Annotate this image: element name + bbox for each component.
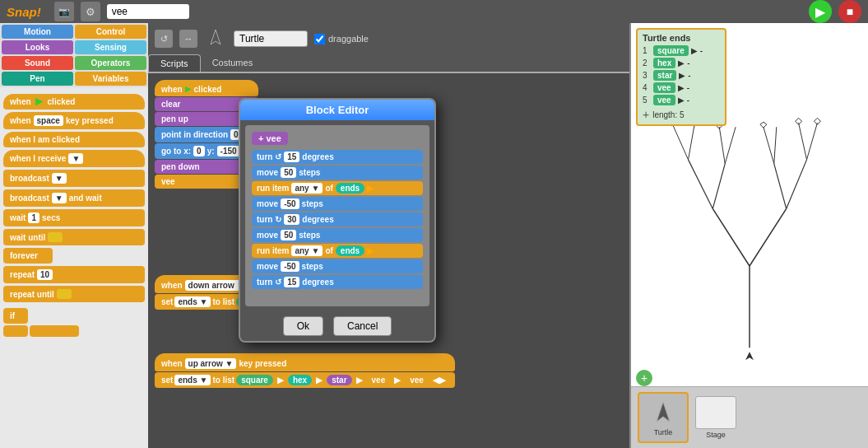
- script-group-3: when up arrow ▼ key pressed set ends ▼ t…: [155, 353, 455, 388]
- be-block-turn2[interactable]: turn ↻ 30 degrees: [252, 212, 423, 226]
- svg-line-15: [807, 123, 818, 160]
- blocks-palette: Motion Control Looks Sensing Sound Opera…: [0, 23, 148, 448]
- be-block-run2[interactable]: run item any ▼ of ends ▶: [252, 244, 423, 258]
- category-motion[interactable]: Motion: [2, 25, 73, 39]
- svg-line-4: [689, 160, 713, 209]
- be-block-turn1[interactable]: turn ↺ 15 degrees: [252, 150, 423, 164]
- block-if-sub1[interactable]: [3, 325, 28, 337]
- stage-thumbnail[interactable]: [695, 396, 736, 429]
- cancel-button[interactable]: Cancel: [333, 316, 392, 336]
- tab-scripts[interactable]: Scripts: [148, 54, 201, 72]
- if-sub-blocks: [3, 325, 145, 337]
- turtle-item-vee2[interactable]: vee: [653, 95, 675, 105]
- draggable-checkbox[interactable]: [314, 34, 325, 44]
- topbar: Snap! 📷 ⚙ vee ▶ ■: [0, 0, 868, 23]
- svg-line-10: [719, 127, 725, 164]
- stage-label: Stage: [706, 431, 726, 439]
- svg-line-14: [799, 123, 807, 160]
- block-forever[interactable]: forever: [3, 248, 53, 264]
- sprite-image-area: [204, 26, 227, 51]
- turtle-length: length: 5: [652, 110, 684, 119]
- draggable-label[interactable]: draggable: [314, 34, 369, 44]
- svg-marker-0: [211, 30, 220, 44]
- scripts-canvas[interactable]: when clicked clear pen up point in direc…: [148, 73, 629, 448]
- svg-line-9: [689, 123, 695, 160]
- block-broadcast[interactable]: broadcast ▼: [3, 170, 145, 187]
- svg-marker-19: [760, 122, 767, 128]
- rotate-left-icon[interactable]: ↺: [155, 30, 173, 48]
- category-pen[interactable]: Pen: [2, 72, 73, 86]
- ok-button[interactable]: Ok: [283, 316, 323, 336]
- category-operators[interactable]: Operators: [75, 56, 146, 70]
- sprite-turtle-icon: [204, 26, 227, 49]
- block-editor-footer: Ok Cancel: [240, 311, 434, 341]
- main-area: Motion Control Looks Sensing Sound Opera…: [0, 23, 868, 448]
- turtle-add-btn[interactable]: +: [643, 108, 649, 121]
- block-when-receive[interactable]: when I receive ▼: [3, 150, 145, 167]
- block-when-clicked[interactable]: when clicked: [3, 94, 145, 110]
- svg-line-12: [764, 127, 774, 164]
- svg-line-6: [774, 164, 787, 209]
- arrows-icon[interactable]: ↔: [179, 30, 197, 48]
- block-broadcast-wait[interactable]: broadcast ▼ and wait: [3, 189, 145, 207]
- block-hat-up-arrow[interactable]: when up arrow ▼ key pressed: [155, 353, 455, 371]
- category-control[interactable]: Control: [75, 25, 146, 39]
- green-flag-button[interactable]: ▶: [809, 0, 832, 23]
- stage-area: Turtle ends 1 square ▶ - 2 hex ▶ - 3 sta…: [629, 23, 868, 448]
- turtle-row-5: 5 vee ▶ -: [643, 95, 720, 105]
- turtle-sprite-label: Turtle: [654, 428, 673, 436]
- palette-blocks-list: when clicked when space key pressed when…: [0, 87, 148, 448]
- turtle-row-2: 2 hex ▶ -: [643, 58, 720, 68]
- turtle-item-star[interactable]: star: [653, 70, 676, 81]
- turtle-item-hex[interactable]: hex: [653, 58, 675, 68]
- turtle-row-3: 3 star ▶ -: [643, 70, 720, 81]
- svg-line-3: [750, 208, 787, 266]
- camera-icon[interactable]: 📷: [54, 2, 74, 21]
- category-variables[interactable]: Variables: [75, 72, 146, 86]
- block-wait-secs[interactable]: wait 1 secs: [3, 209, 145, 226]
- svg-line-13: [774, 127, 777, 164]
- sprite-controls: ↺ ↔ draggable: [148, 23, 629, 54]
- block-repeat[interactable]: repeat 10: [3, 266, 145, 283]
- stage-thumbnail-container: Stage: [695, 396, 736, 439]
- be-block-move1[interactable]: move 50 steps: [252, 166, 423, 180]
- svg-line-11: [725, 127, 736, 164]
- svg-line-8: [672, 123, 689, 160]
- svg-marker-24: [745, 352, 754, 360]
- be-block-move4[interactable]: move -50 steps: [252, 259, 423, 273]
- turtle-item-square[interactable]: square: [653, 45, 689, 56]
- turtle-add-row: + length: 5: [643, 108, 720, 121]
- block-set-ends-2[interactable]: set ends ▼ to list square▶ hex▶ star▶ ve…: [155, 372, 455, 388]
- tab-costumes[interactable]: Costumes: [201, 54, 265, 72]
- category-sound[interactable]: Sound: [2, 56, 73, 70]
- be-block-move3[interactable]: move 50 steps: [252, 228, 423, 242]
- svg-marker-25: [657, 402, 670, 422]
- block-repeat-until[interactable]: repeat until: [3, 286, 145, 302]
- project-name-input[interactable]: vee: [107, 4, 189, 19]
- snap-logo: Snap!: [7, 5, 41, 19]
- settings-icon[interactable]: ⚙: [81, 2, 100, 21]
- block-def-vee[interactable]: + vee: [252, 132, 423, 145]
- block-wait-until[interactable]: wait until: [3, 229, 145, 245]
- script-tabs: Scripts Costumes: [148, 54, 629, 73]
- svg-line-2: [713, 208, 750, 266]
- block-when-clicked-sprite[interactable]: when I am clicked: [3, 132, 145, 147]
- be-block-turn3[interactable]: turn ↺ 15 degrees: [252, 275, 423, 289]
- block-if[interactable]: if: [3, 308, 28, 324]
- block-if-sub2[interactable]: [30, 325, 79, 337]
- block-hat-clicked[interactable]: when clicked: [155, 80, 258, 96]
- stop-button[interactable]: ■: [838, 0, 861, 23]
- block-if-container: if: [3, 308, 145, 337]
- sprite-name-input[interactable]: [234, 30, 308, 47]
- sprite-thumbnail-turtle[interactable]: Turtle: [638, 392, 689, 443]
- svg-line-7: [787, 160, 807, 209]
- add-sprite-button[interactable]: +: [636, 370, 652, 386]
- block-editor-body[interactable]: + vee turn ↺ 15 degrees move 50 steps ru…: [245, 125, 429, 306]
- category-sensing[interactable]: Sensing: [75, 40, 146, 54]
- category-looks[interactable]: Looks: [2, 40, 73, 54]
- block-when-key-pressed[interactable]: when space key pressed: [3, 112, 145, 129]
- be-block-move2[interactable]: move -50 steps: [252, 197, 423, 211]
- be-block-run1[interactable]: run item any ▼ of ends ▶: [252, 181, 423, 195]
- svg-line-5: [713, 164, 725, 209]
- turtle-item-vee1[interactable]: vee: [653, 82, 675, 93]
